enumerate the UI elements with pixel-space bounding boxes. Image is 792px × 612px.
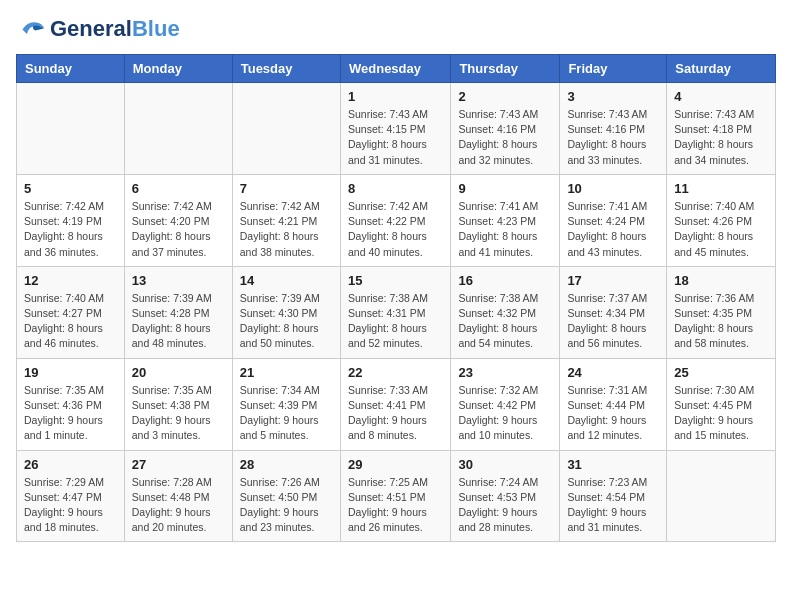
day-number: 3 xyxy=(567,89,659,104)
day-info: Sunrise: 7:43 AM Sunset: 4:18 PM Dayligh… xyxy=(674,107,768,168)
day-info: Sunrise: 7:29 AM Sunset: 4:47 PM Dayligh… xyxy=(24,475,117,536)
day-number: 25 xyxy=(674,365,768,380)
day-info: Sunrise: 7:40 AM Sunset: 4:27 PM Dayligh… xyxy=(24,291,117,352)
day-info: Sunrise: 7:42 AM Sunset: 4:19 PM Dayligh… xyxy=(24,199,117,260)
day-number: 6 xyxy=(132,181,225,196)
day-info: Sunrise: 7:42 AM Sunset: 4:20 PM Dayligh… xyxy=(132,199,225,260)
day-info: Sunrise: 7:30 AM Sunset: 4:45 PM Dayligh… xyxy=(674,383,768,444)
day-number: 18 xyxy=(674,273,768,288)
day-number: 9 xyxy=(458,181,552,196)
weekday-header-thursday: Thursday xyxy=(451,55,560,83)
calendar-cell: 18Sunrise: 7:36 AM Sunset: 4:35 PM Dayli… xyxy=(667,266,776,358)
calendar-header-row: SundayMondayTuesdayWednesdayThursdayFrid… xyxy=(17,55,776,83)
calendar-cell: 8Sunrise: 7:42 AM Sunset: 4:22 PM Daylig… xyxy=(340,174,450,266)
day-info: Sunrise: 7:32 AM Sunset: 4:42 PM Dayligh… xyxy=(458,383,552,444)
day-number: 23 xyxy=(458,365,552,380)
calendar-cell: 24Sunrise: 7:31 AM Sunset: 4:44 PM Dayli… xyxy=(560,358,667,450)
day-number: 28 xyxy=(240,457,333,472)
calendar-cell: 17Sunrise: 7:37 AM Sunset: 4:34 PM Dayli… xyxy=(560,266,667,358)
calendar-cell: 13Sunrise: 7:39 AM Sunset: 4:28 PM Dayli… xyxy=(124,266,232,358)
day-info: Sunrise: 7:37 AM Sunset: 4:34 PM Dayligh… xyxy=(567,291,659,352)
day-info: Sunrise: 7:39 AM Sunset: 4:30 PM Dayligh… xyxy=(240,291,333,352)
calendar-cell: 6Sunrise: 7:42 AM Sunset: 4:20 PM Daylig… xyxy=(124,174,232,266)
day-number: 26 xyxy=(24,457,117,472)
calendar-week-row: 26Sunrise: 7:29 AM Sunset: 4:47 PM Dayli… xyxy=(17,450,776,542)
day-number: 20 xyxy=(132,365,225,380)
day-number: 30 xyxy=(458,457,552,472)
day-number: 8 xyxy=(348,181,443,196)
calendar-cell: 11Sunrise: 7:40 AM Sunset: 4:26 PM Dayli… xyxy=(667,174,776,266)
day-info: Sunrise: 7:36 AM Sunset: 4:35 PM Dayligh… xyxy=(674,291,768,352)
day-info: Sunrise: 7:43 AM Sunset: 4:16 PM Dayligh… xyxy=(567,107,659,168)
calendar-cell: 14Sunrise: 7:39 AM Sunset: 4:30 PM Dayli… xyxy=(232,266,340,358)
day-number: 14 xyxy=(240,273,333,288)
calendar-cell: 26Sunrise: 7:29 AM Sunset: 4:47 PM Dayli… xyxy=(17,450,125,542)
day-number: 7 xyxy=(240,181,333,196)
weekday-header-saturday: Saturday xyxy=(667,55,776,83)
calendar-cell xyxy=(17,83,125,175)
day-number: 4 xyxy=(674,89,768,104)
calendar-week-row: 12Sunrise: 7:40 AM Sunset: 4:27 PM Dayli… xyxy=(17,266,776,358)
calendar-table: SundayMondayTuesdayWednesdayThursdayFrid… xyxy=(16,54,776,542)
calendar-cell: 15Sunrise: 7:38 AM Sunset: 4:31 PM Dayli… xyxy=(340,266,450,358)
day-info: Sunrise: 7:28 AM Sunset: 4:48 PM Dayligh… xyxy=(132,475,225,536)
calendar-cell: 27Sunrise: 7:28 AM Sunset: 4:48 PM Dayli… xyxy=(124,450,232,542)
day-info: Sunrise: 7:31 AM Sunset: 4:44 PM Dayligh… xyxy=(567,383,659,444)
day-number: 1 xyxy=(348,89,443,104)
day-info: Sunrise: 7:38 AM Sunset: 4:32 PM Dayligh… xyxy=(458,291,552,352)
logo-general-text: General xyxy=(50,16,132,41)
day-info: Sunrise: 7:23 AM Sunset: 4:54 PM Dayligh… xyxy=(567,475,659,536)
calendar-cell: 3Sunrise: 7:43 AM Sunset: 4:16 PM Daylig… xyxy=(560,83,667,175)
calendar-cell: 20Sunrise: 7:35 AM Sunset: 4:38 PM Dayli… xyxy=(124,358,232,450)
day-number: 29 xyxy=(348,457,443,472)
calendar-cell: 30Sunrise: 7:24 AM Sunset: 4:53 PM Dayli… xyxy=(451,450,560,542)
calendar-cell: 5Sunrise: 7:42 AM Sunset: 4:19 PM Daylig… xyxy=(17,174,125,266)
day-number: 17 xyxy=(567,273,659,288)
calendar-cell: 9Sunrise: 7:41 AM Sunset: 4:23 PM Daylig… xyxy=(451,174,560,266)
day-info: Sunrise: 7:26 AM Sunset: 4:50 PM Dayligh… xyxy=(240,475,333,536)
logo-blue-text: Blue xyxy=(132,16,180,41)
day-number: 13 xyxy=(132,273,225,288)
calendar-cell: 10Sunrise: 7:41 AM Sunset: 4:24 PM Dayli… xyxy=(560,174,667,266)
day-info: Sunrise: 7:38 AM Sunset: 4:31 PM Dayligh… xyxy=(348,291,443,352)
calendar-cell: 22Sunrise: 7:33 AM Sunset: 4:41 PM Dayli… xyxy=(340,358,450,450)
calendar-week-row: 19Sunrise: 7:35 AM Sunset: 4:36 PM Dayli… xyxy=(17,358,776,450)
day-info: Sunrise: 7:33 AM Sunset: 4:41 PM Dayligh… xyxy=(348,383,443,444)
day-info: Sunrise: 7:43 AM Sunset: 4:15 PM Dayligh… xyxy=(348,107,443,168)
day-info: Sunrise: 7:35 AM Sunset: 4:36 PM Dayligh… xyxy=(24,383,117,444)
day-info: Sunrise: 7:41 AM Sunset: 4:23 PM Dayligh… xyxy=(458,199,552,260)
calendar-cell: 12Sunrise: 7:40 AM Sunset: 4:27 PM Dayli… xyxy=(17,266,125,358)
day-info: Sunrise: 7:39 AM Sunset: 4:28 PM Dayligh… xyxy=(132,291,225,352)
weekday-header-wednesday: Wednesday xyxy=(340,55,450,83)
calendar-cell: 25Sunrise: 7:30 AM Sunset: 4:45 PM Dayli… xyxy=(667,358,776,450)
day-info: Sunrise: 7:43 AM Sunset: 4:16 PM Dayligh… xyxy=(458,107,552,168)
calendar-cell: 19Sunrise: 7:35 AM Sunset: 4:36 PM Dayli… xyxy=(17,358,125,450)
calendar-cell xyxy=(124,83,232,175)
day-number: 10 xyxy=(567,181,659,196)
calendar-cell xyxy=(232,83,340,175)
weekday-header-tuesday: Tuesday xyxy=(232,55,340,83)
day-number: 16 xyxy=(458,273,552,288)
day-info: Sunrise: 7:41 AM Sunset: 4:24 PM Dayligh… xyxy=(567,199,659,260)
page-header: GeneralBlue xyxy=(16,16,776,42)
weekday-header-sunday: Sunday xyxy=(17,55,125,83)
calendar-cell: 2Sunrise: 7:43 AM Sunset: 4:16 PM Daylig… xyxy=(451,83,560,175)
day-info: Sunrise: 7:42 AM Sunset: 4:21 PM Dayligh… xyxy=(240,199,333,260)
day-number: 11 xyxy=(674,181,768,196)
calendar-cell: 31Sunrise: 7:23 AM Sunset: 4:54 PM Dayli… xyxy=(560,450,667,542)
weekday-header-monday: Monday xyxy=(124,55,232,83)
day-number: 22 xyxy=(348,365,443,380)
day-number: 27 xyxy=(132,457,225,472)
calendar-cell: 1Sunrise: 7:43 AM Sunset: 4:15 PM Daylig… xyxy=(340,83,450,175)
calendar-cell: 28Sunrise: 7:26 AM Sunset: 4:50 PM Dayli… xyxy=(232,450,340,542)
day-number: 2 xyxy=(458,89,552,104)
calendar-week-row: 5Sunrise: 7:42 AM Sunset: 4:19 PM Daylig… xyxy=(17,174,776,266)
day-number: 12 xyxy=(24,273,117,288)
day-info: Sunrise: 7:24 AM Sunset: 4:53 PM Dayligh… xyxy=(458,475,552,536)
calendar-cell: 21Sunrise: 7:34 AM Sunset: 4:39 PM Dayli… xyxy=(232,358,340,450)
day-number: 24 xyxy=(567,365,659,380)
day-number: 5 xyxy=(24,181,117,196)
day-number: 21 xyxy=(240,365,333,380)
day-info: Sunrise: 7:40 AM Sunset: 4:26 PM Dayligh… xyxy=(674,199,768,260)
day-info: Sunrise: 7:25 AM Sunset: 4:51 PM Dayligh… xyxy=(348,475,443,536)
